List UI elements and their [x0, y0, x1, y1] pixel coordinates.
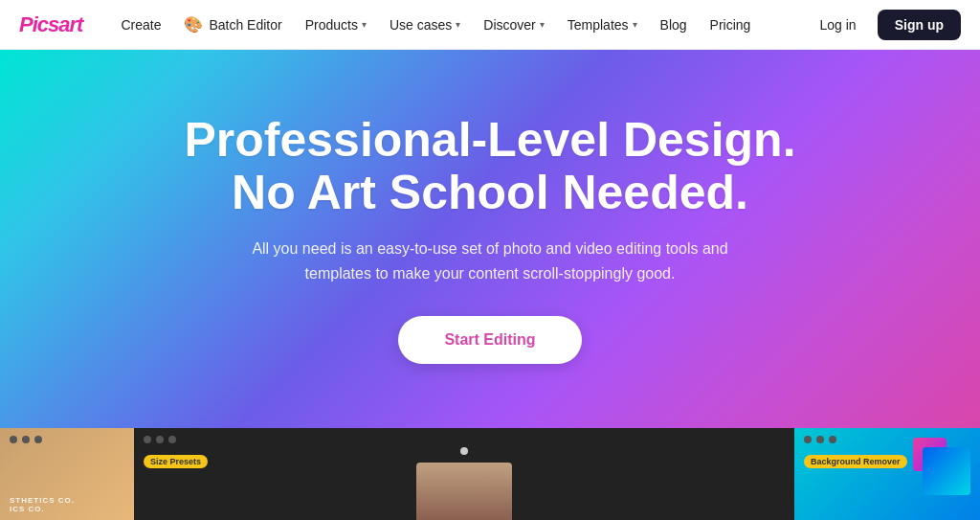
preview-strip: STHETICS CO.ICS CO. Size Presets Backgro… [0, 428, 980, 520]
batch-editor-label: Batch Editor [209, 17, 281, 33]
nav-use-cases[interactable]: Use cases ▾ [378, 17, 472, 33]
hero-title-line1: Professional-Level Design. [184, 113, 795, 167]
use-cases-label: Use cases [390, 17, 452, 33]
navbar: Picsart Create 🎨 Batch Editor Products ▾… [0, 0, 980, 50]
nav-batch-editor[interactable]: 🎨 Batch Editor [172, 15, 293, 34]
nav-templates[interactable]: Templates ▾ [556, 17, 649, 33]
card-left-overlay: STHETICS CO.ICS CO. [0, 490, 134, 520]
center-dot [460, 447, 468, 455]
dot-4 [144, 436, 151, 443]
window-dots-left [0, 428, 134, 451]
nav-pricing[interactable]: Pricing [699, 17, 763, 33]
dot-5 [156, 436, 164, 443]
nav-auth: Log in Sign up [809, 10, 961, 40]
hero-subtitle: All you need is an easy-to-use set of ph… [241, 237, 739, 285]
use-cases-chevron-icon: ▾ [456, 19, 460, 30]
aesthetics-text: STHETICS CO.ICS CO. [10, 496, 124, 514]
dot-8 [816, 436, 824, 443]
discover-chevron-icon: ▾ [540, 19, 545, 30]
hero-title: Professional-Level Design. No Art School… [184, 114, 795, 219]
signup-button[interactable]: Sign up [878, 10, 961, 40]
hero-title-line2: No Art School Needed. [232, 166, 748, 219]
nav-products[interactable]: Products ▾ [294, 17, 378, 33]
nav-create[interactable]: Create [109, 17, 172, 33]
preview-card-center: Size Presets [134, 428, 794, 520]
dot-1 [10, 436, 17, 443]
preview-card-left: STHETICS CO.ICS CO. [0, 428, 134, 520]
pricing-label: Pricing [710, 17, 751, 33]
discover-label: Discover [483, 17, 535, 33]
dot-7 [804, 436, 812, 443]
dot-9 [829, 436, 836, 443]
login-button[interactable]: Log in [809, 11, 868, 38]
nav-links: Create 🎨 Batch Editor Products ▾ Use cas… [109, 15, 808, 34]
templates-label: Templates [568, 17, 629, 33]
nav-blog[interactable]: Blog [649, 17, 699, 33]
right-card-shapes [913, 438, 970, 495]
logo[interactable]: Picsart [19, 12, 82, 37]
batch-editor-icon: 🎨 [184, 15, 203, 34]
create-label: Create [121, 17, 161, 33]
products-chevron-icon: ▾ [362, 19, 367, 30]
background-remover-badge: Background Remover [804, 455, 907, 468]
center-image [416, 463, 512, 520]
dot-6 [168, 436, 176, 443]
dot-2 [22, 436, 30, 443]
shape-blue [923, 447, 970, 495]
start-editing-button[interactable]: Start Editing [398, 316, 581, 364]
products-label: Products [305, 17, 358, 33]
nav-discover[interactable]: Discover ▾ [472, 17, 555, 33]
dot-3 [34, 436, 42, 443]
size-presets-badge: Size Presets [144, 455, 208, 468]
preview-card-right: Background Remover [794, 428, 980, 520]
templates-chevron-icon: ▾ [633, 19, 637, 30]
blog-label: Blog [660, 17, 687, 33]
hero-section: Professional-Level Design. No Art School… [0, 50, 980, 428]
